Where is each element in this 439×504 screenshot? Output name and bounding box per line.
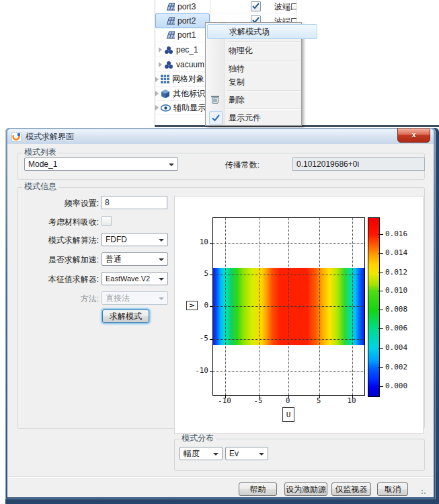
colorbar-label: 0.004 <box>385 343 407 352</box>
mode-dist-group-title: 模式分布 <box>179 434 216 443</box>
set-source-button[interactable]: 设为激励源 <box>284 482 327 496</box>
colorbar <box>368 217 380 397</box>
tree-item-label: 辅助显示 <box>173 102 206 114</box>
port3-checkbox[interactable] <box>251 1 261 11</box>
menu-item-copy[interactable]: 复制 <box>226 75 301 89</box>
dist-type-combo[interactable]: 幅度 <box>179 447 223 460</box>
dist-type-value: 幅度 <box>184 449 200 458</box>
colorbar-tick <box>378 234 383 235</box>
mode-field-plot: 10 5 0 -5 -10 -10 -5 0 5 10 V U 0.016 0.… <box>174 196 424 434</box>
expand-arrow-icon[interactable] <box>159 47 162 52</box>
context-menu: 求解模式场 物理化 独特 复制 删除 显示元件 <box>205 22 302 126</box>
port3-type: 波端口 <box>274 1 296 13</box>
method-combo: 直接法 <box>102 291 168 305</box>
expand-arrow-icon[interactable] <box>155 77 159 82</box>
algo-combo[interactable]: FDFD <box>102 233 168 246</box>
propagation-label: 传播常数: <box>207 159 260 171</box>
colorbar-tick <box>378 310 383 310</box>
colorbar-label: 0.000 <box>385 382 407 390</box>
gridline-h <box>213 339 364 340</box>
trash-icon <box>209 94 221 106</box>
expand-arrow-icon[interactable] <box>155 105 159 110</box>
method-label: 方法: <box>11 293 99 305</box>
y-tick <box>210 371 213 372</box>
y-tick <box>210 243 213 244</box>
chevron-down-icon <box>159 239 164 242</box>
tree-item-label: port2 <box>177 16 196 26</box>
mesh-grid-icon <box>161 75 169 83</box>
algo-label: 模式求解算法: <box>11 235 99 246</box>
eastwave-logo-icon <box>11 132 22 142</box>
colorbar-tick <box>378 367 383 368</box>
tree-item-label: vacuum <box>176 60 204 69</box>
dialog-titlebar[interactable]: 模式求解界面 <box>7 129 434 144</box>
expand-arrow-icon[interactable] <box>155 91 159 96</box>
check-icon <box>209 111 223 124</box>
accel-label: 是否求解加速: <box>11 254 99 266</box>
resize-grip[interactable] <box>421 489 428 496</box>
freq-input[interactable]: 8 <box>102 196 167 209</box>
waveport-icon <box>164 31 175 39</box>
tree-item-port2-selected[interactable]: port2 <box>155 13 210 28</box>
menu-item-show-element[interactable]: 显示元件 <box>226 111 301 124</box>
x-axis-label: U <box>286 410 291 419</box>
solve-mode-button[interactable]: 求解模式 <box>102 310 149 323</box>
dist-field-combo[interactable]: Ev <box>225 447 268 460</box>
checkmark-icon <box>252 3 260 9</box>
colorbar-label: 0.014 <box>385 248 407 257</box>
cancel-button[interactable]: 取消 <box>377 482 408 496</box>
y-tick-label: -5 <box>187 334 208 343</box>
accel-combo[interactable]: 普通 <box>102 252 168 266</box>
dialog-title: 模式求解界面 <box>26 131 74 143</box>
menu-item-unique[interactable]: 独特 <box>226 62 301 75</box>
monitor-only-button[interactable]: 仅监视器 <box>331 482 371 496</box>
eigen-label: 本征值求解器: <box>11 274 99 285</box>
x-tick-label: 0 <box>278 396 298 405</box>
algo-combo-value: FDFD <box>106 235 127 244</box>
tree-item-label: port1 <box>177 30 196 40</box>
accel-combo-value: 普通 <box>106 254 122 264</box>
colorbar-label: 0.006 <box>385 324 407 332</box>
mode-select-combo[interactable]: Mode_1 <box>24 157 178 171</box>
absorb-checkbox[interactable] <box>102 216 112 226</box>
x-tick-label: 10 <box>342 396 362 405</box>
close-button[interactable]: x <box>397 128 430 143</box>
colorbar-tick <box>378 348 383 349</box>
expand-arrow-icon[interactable] <box>159 62 162 67</box>
colorbar-tick <box>378 291 383 291</box>
menu-separator <box>227 90 301 92</box>
menu-separator <box>227 60 301 61</box>
menu-item-delete[interactable]: 删除 <box>226 93 301 106</box>
colorbar-label: 0.012 <box>385 268 407 277</box>
menu-item-solve-mode-field[interactable]: 求解模式场 <box>207 24 317 39</box>
y-tick <box>210 306 213 307</box>
mode-solver-dialog: 模式求解界面 x 模式列表 Mode_1 传播常数: 0.1012019686+… <box>5 128 436 499</box>
eye-icon <box>161 104 171 112</box>
waveport-icon <box>164 3 175 11</box>
gridline-h <box>213 243 364 244</box>
eigen-combo[interactable]: EastWave.V2 <box>102 272 168 285</box>
tree-item-label: 其他标识 <box>173 88 205 100</box>
propagation-value-field: 0.1012019686+0i <box>292 157 425 171</box>
colorbar-label: 0.002 <box>385 363 407 371</box>
gridline-h <box>213 306 364 308</box>
colorbar-tick <box>378 328 383 329</box>
y-tick-label: 10 <box>187 238 208 246</box>
chevron-down-icon <box>169 164 174 166</box>
y-tick-label: 5 <box>187 269 208 278</box>
mode-info-group-title: 模式信息 <box>22 182 58 191</box>
cube-icon <box>161 89 170 98</box>
dist-field-value: Ev <box>229 449 239 458</box>
colorbar-label: 0.016 <box>385 229 407 238</box>
chevron-down-icon <box>259 453 264 456</box>
colorbar-label: 0.010 <box>385 286 407 295</box>
waveport-icon <box>164 17 175 25</box>
material-cluster-icon <box>164 46 173 54</box>
method-combo-value: 直接法 <box>106 293 130 303</box>
menu-separator <box>227 108 301 110</box>
bottom-separator <box>7 476 434 478</box>
menu-item-physicalize[interactable]: 物理化 <box>226 44 301 57</box>
help-button[interactable]: 帮助 <box>239 482 277 496</box>
tree-item-label: pec_1 <box>176 45 198 55</box>
tree-item-label: port3 <box>177 2 196 11</box>
